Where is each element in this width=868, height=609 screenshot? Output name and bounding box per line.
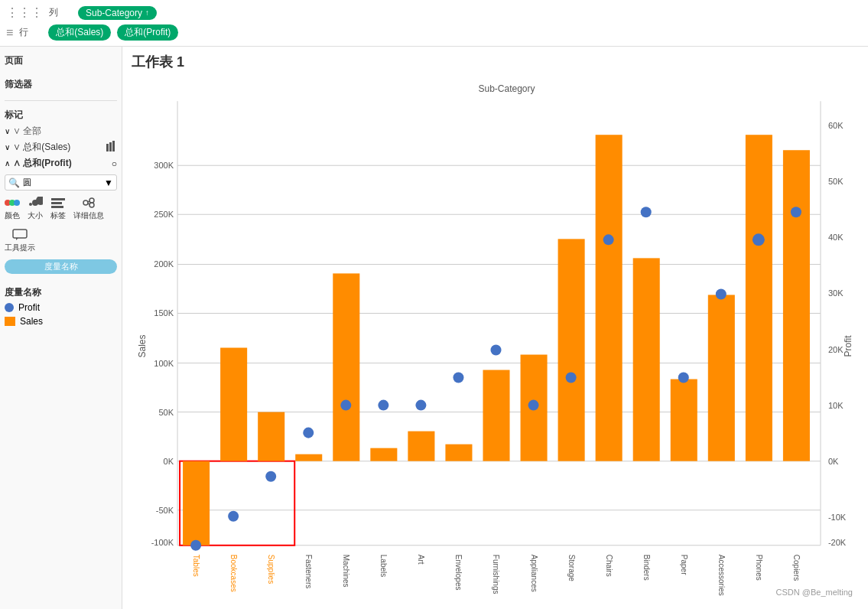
color-control[interactable]: 颜色 bbox=[5, 197, 20, 221]
svg-text:Fasteners: Fasteners bbox=[304, 555, 313, 588]
dot-envelopes bbox=[453, 373, 463, 383]
dot-bookcases bbox=[228, 511, 239, 522]
bar-machines bbox=[333, 273, 359, 461]
sales-mark[interactable]: ∨ 总和(Sales) bbox=[13, 141, 103, 154]
svg-line-15 bbox=[88, 201, 89, 202]
svg-rect-11 bbox=[51, 206, 63, 208]
svg-text:Furnishings: Furnishings bbox=[492, 555, 500, 594]
dot-accessories bbox=[716, 288, 727, 299]
svg-text:50K: 50K bbox=[158, 408, 174, 417]
svg-text:Machines: Machines bbox=[342, 555, 350, 588]
dot-furnishings bbox=[490, 345, 501, 356]
dot-copiers bbox=[791, 207, 801, 217]
shape-dropdown-arrow[interactable]: ▼ bbox=[104, 177, 113, 188]
x-axis-title: Sub-Category bbox=[478, 83, 535, 94]
svg-text:150K: 150K bbox=[154, 308, 174, 318]
sales-legend-rect bbox=[5, 317, 15, 326]
svg-text:Bookcases: Bookcases bbox=[229, 555, 238, 592]
svg-text:Chairs: Chairs bbox=[605, 555, 613, 577]
svg-text:-10K: -10K bbox=[828, 513, 847, 522]
dot-machines bbox=[340, 400, 351, 411]
dot-art bbox=[415, 400, 426, 411]
svg-rect-0 bbox=[106, 144, 109, 151]
dot-supplies bbox=[265, 471, 276, 482]
legend-title: 度量名称 bbox=[5, 285, 117, 301]
bar-phones bbox=[746, 135, 772, 461]
dot-fasteners bbox=[303, 428, 314, 438]
profit-mark[interactable]: ∧ 总和(Profit) bbox=[13, 157, 109, 170]
svg-text:300K: 300K bbox=[154, 161, 174, 170]
profit-legend-dot bbox=[5, 303, 14, 312]
svg-text:10K: 10K bbox=[828, 401, 844, 410]
svg-point-12 bbox=[83, 200, 88, 205]
page-section: 页面 bbox=[5, 53, 117, 69]
chart-container: Sub-Category Sales Profit bbox=[132, 74, 859, 603]
svg-rect-2 bbox=[112, 141, 115, 151]
svg-text:Labels: Labels bbox=[379, 555, 388, 577]
bar-envelopes bbox=[445, 445, 472, 461]
dot-appliances bbox=[528, 400, 539, 411]
svg-text:200K: 200K bbox=[154, 259, 174, 269]
svg-text:100K: 100K bbox=[154, 359, 174, 368]
svg-point-13 bbox=[89, 198, 94, 203]
svg-text:Accessories: Accessories bbox=[717, 555, 726, 596]
measure-names-pill[interactable]: 度量名称 bbox=[5, 259, 117, 274]
svg-point-14 bbox=[89, 203, 94, 207]
svg-text:Storage: Storage bbox=[567, 555, 576, 581]
svg-rect-9 bbox=[51, 198, 65, 200]
dot-tables bbox=[190, 540, 201, 551]
dot-chairs bbox=[603, 234, 614, 245]
dot-paper bbox=[678, 373, 689, 383]
svg-text:30K: 30K bbox=[828, 288, 844, 298]
main-chart: Sub-Category Sales Profit bbox=[132, 74, 859, 603]
shape-dropdown[interactable]: 圆 bbox=[23, 177, 101, 188]
bar-furnishings bbox=[483, 370, 509, 461]
tooltip-control[interactable]: 工具提示 bbox=[5, 229, 35, 253]
profit-row-pill[interactable]: 总和(Profit) bbox=[117, 24, 178, 41]
y-right-title: Profit bbox=[843, 335, 853, 357]
label-control[interactable]: 标签 bbox=[50, 197, 66, 221]
svg-text:Phones: Phones bbox=[755, 555, 763, 581]
bar-chart-icon bbox=[106, 141, 117, 154]
watermark: CSDN @Be_melting bbox=[776, 588, 853, 597]
svg-text:-20K: -20K bbox=[828, 538, 847, 547]
bar-copiers bbox=[783, 150, 810, 461]
circle-mark-icon: ○ bbox=[112, 158, 117, 169]
svg-text:Tables: Tables bbox=[192, 555, 200, 577]
svg-text:Supplies: Supplies bbox=[267, 555, 275, 584]
bar-chairs bbox=[596, 135, 623, 461]
svg-text:-100K: -100K bbox=[151, 538, 174, 547]
y-left-title: Sales bbox=[137, 334, 148, 357]
svg-text:40K: 40K bbox=[828, 233, 844, 242]
chart-title: 工作表 1 bbox=[132, 53, 859, 71]
detail-control[interactable]: 详细信息 bbox=[73, 197, 104, 221]
svg-text:Copiers: Copiers bbox=[792, 555, 801, 581]
dot-labels bbox=[378, 400, 388, 411]
size-control[interactable]: 大小 bbox=[28, 197, 43, 221]
sub-category-pill[interactable]: Sub-Category ↑ bbox=[78, 6, 157, 20]
dot-binders bbox=[641, 207, 652, 217]
bar-tables bbox=[183, 461, 210, 545]
svg-point-5 bbox=[14, 200, 20, 206]
svg-text:60K: 60K bbox=[828, 121, 844, 130]
bar-supplies bbox=[258, 412, 284, 461]
svg-text:20K: 20K bbox=[828, 345, 844, 354]
bar-bookcases bbox=[220, 348, 247, 461]
search-icon: 🔍 bbox=[8, 177, 20, 188]
svg-text:50K: 50K bbox=[828, 177, 844, 186]
svg-text:-50K: -50K bbox=[156, 506, 174, 515]
svg-text:Envelopes: Envelopes bbox=[454, 555, 463, 591]
dot-phones bbox=[753, 233, 765, 246]
bar-storage bbox=[558, 239, 585, 461]
svg-text:Appliances: Appliances bbox=[530, 555, 538, 592]
svg-point-6 bbox=[29, 203, 32, 206]
svg-text:Binders: Binders bbox=[642, 555, 651, 581]
svg-text:250K: 250K bbox=[154, 210, 174, 219]
row-label: 行 bbox=[19, 26, 42, 39]
dot-storage bbox=[566, 373, 577, 383]
bar-art bbox=[408, 432, 434, 461]
sales-row-pill[interactable]: 总和(Sales) bbox=[48, 24, 111, 41]
svg-text:Paper: Paper bbox=[680, 555, 688, 575]
all-mark[interactable]: ∨ 全部 bbox=[13, 125, 117, 138]
bar-binders bbox=[633, 258, 660, 461]
